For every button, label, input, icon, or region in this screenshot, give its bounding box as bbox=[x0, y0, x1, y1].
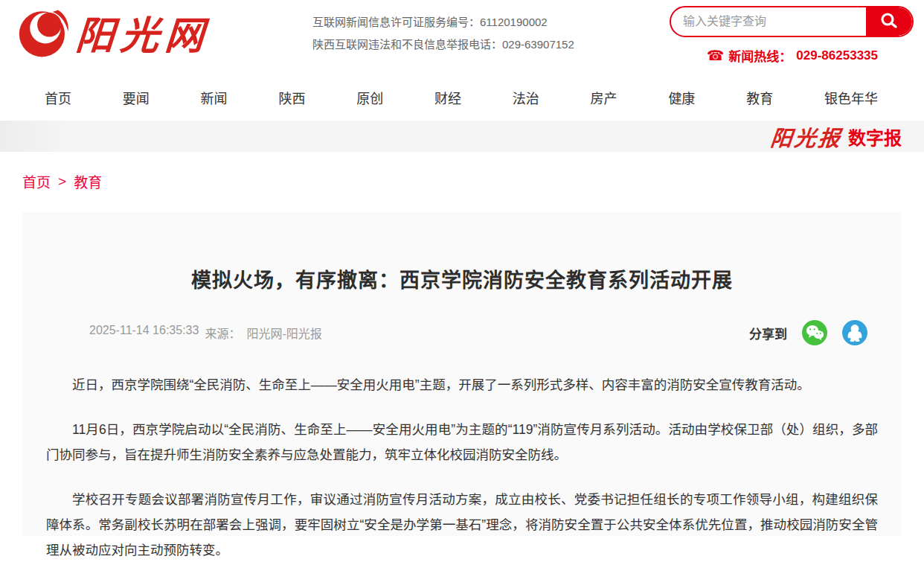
nav-item[interactable]: 首页 bbox=[45, 88, 71, 107]
search-input[interactable] bbox=[671, 7, 866, 36]
site-header: 阳光网 互联网新闻信息许可证服务编号：61120190002 陕西互联网违法和不… bbox=[0, 0, 924, 74]
site-logo-text: 阳光网 bbox=[74, 4, 211, 60]
article-card: 模拟火场，有序撤离：西京学院消防安全教育系列活动开展 2025-11-14 16… bbox=[22, 212, 902, 536]
article-body: 近日，西京学院围绕“全民消防、生命至上——安全用火用电”主题，开展了一系列形式多… bbox=[46, 372, 878, 562]
hotline-label: 新闻热线： bbox=[728, 46, 792, 65]
qq-share-icon[interactable] bbox=[842, 320, 867, 345]
digital-paper-link[interactable]: 数字报 bbox=[848, 124, 902, 150]
breadcrumb-home[interactable]: 首页 bbox=[22, 171, 51, 191]
nav-item[interactable]: 房产 bbox=[591, 88, 617, 107]
article-paragraph: 11月6日，西京学院启动以“全民消防、生命至上——安全用火用电”为主题的“119… bbox=[46, 417, 878, 467]
paper-logo-text[interactable]: 阳光报 bbox=[769, 121, 844, 152]
article-source: 阳光网-阳光报 bbox=[246, 324, 321, 342]
nav-item[interactable]: 教育 bbox=[746, 88, 773, 107]
article-datetime: 2025-11-14 16:35:33 bbox=[89, 324, 199, 342]
share-box: 分享到 bbox=[749, 320, 867, 345]
article-source-label: 来源： bbox=[205, 324, 240, 342]
site-logo[interactable]: 阳光网 bbox=[18, 4, 210, 60]
digital-paper-strip: 阳光报 数字报 bbox=[0, 121, 924, 152]
license-info: 互联网新闻信息许可证服务编号：61120190002 陕西互联网违法和不良信息举… bbox=[312, 11, 574, 56]
news-hotline: ☎ 新闻热线： 029-86253335 bbox=[707, 46, 878, 65]
hotline-number: 029-86253335 bbox=[796, 48, 878, 63]
article-paragraph: 学校召开专题会议部署消防宣传月工作，审议通过消防宣传月活动方案，成立由校长、党委… bbox=[46, 487, 878, 562]
search-icon bbox=[879, 11, 899, 33]
sun-logo-icon bbox=[18, 6, 71, 60]
wechat-share-icon[interactable] bbox=[802, 320, 827, 345]
breadcrumb: 首页 > 教育 bbox=[22, 171, 924, 191]
nav-item[interactable]: 健康 bbox=[668, 88, 695, 107]
article-meta: 2025-11-14 16:35:33 来源： 阳光网-阳光报 bbox=[89, 324, 322, 342]
search-button[interactable] bbox=[866, 7, 912, 36]
breadcrumb-section[interactable]: 教育 bbox=[74, 171, 102, 191]
phone-icon: ☎ bbox=[707, 48, 725, 63]
license-line: 互联网新闻信息许可证服务编号：61120190002 bbox=[312, 11, 574, 33]
share-label: 分享到 bbox=[749, 324, 787, 342]
nav-item[interactable]: 财经 bbox=[434, 88, 461, 107]
article-meta-row: 2025-11-14 16:35:33 来源： 阳光网-阳光报 分享到 bbox=[46, 320, 878, 345]
breadcrumb-separator: > bbox=[58, 173, 66, 190]
search-bar bbox=[670, 6, 914, 37]
article-title: 模拟火场，有序撤离：西京学院消防安全教育系列活动开展 bbox=[46, 264, 878, 293]
nav-item[interactable]: 法治 bbox=[513, 88, 539, 107]
nav-item[interactable]: 新闻 bbox=[201, 88, 228, 107]
nav-item[interactable]: 陕西 bbox=[278, 88, 305, 107]
nav-item[interactable]: 要闻 bbox=[123, 88, 150, 107]
nav-item[interactable]: 原创 bbox=[356, 88, 383, 107]
article-paragraph: 近日，西京学院围绕“全民消防、生命至上——安全用火用电”主题，开展了一系列形式多… bbox=[46, 372, 878, 397]
report-line: 陕西互联网违法和不良信息举报电话：029-63907152 bbox=[312, 33, 574, 56]
main-nav: 首页要闻新闻陕西原创财经法治房产健康教育银色年华 bbox=[0, 74, 924, 121]
nav-item[interactable]: 银色年华 bbox=[824, 88, 878, 107]
